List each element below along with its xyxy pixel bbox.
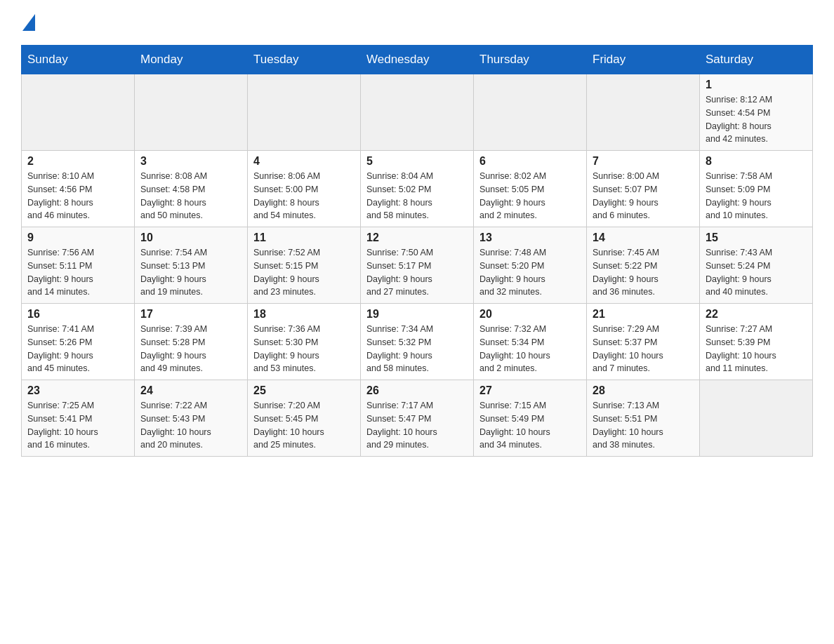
day-info: Sunrise: 7:25 AMSunset: 5:41 PMDaylight:… [27,399,128,452]
calendar-week-row: 23Sunrise: 7:25 AMSunset: 5:41 PMDayligh… [22,380,813,457]
day-info: Sunrise: 8:04 AMSunset: 5:02 PMDaylight:… [366,170,468,222]
calendar-cell: 14Sunrise: 7:45 AMSunset: 5:22 PMDayligh… [587,227,700,304]
weekday-header-tuesday: Tuesday [248,46,361,74]
calendar-cell: 17Sunrise: 7:39 AMSunset: 5:28 PMDayligh… [135,304,248,380]
day-info: Sunrise: 7:48 AMSunset: 5:20 PMDaylight:… [479,246,581,299]
day-number: 24 [140,384,241,397]
svg-marker-0 [22,14,35,31]
day-number: 6 [479,155,581,168]
day-info: Sunrise: 7:56 AMSunset: 5:11 PMDaylight:… [27,246,128,299]
calendar-cell: 11Sunrise: 7:52 AMSunset: 5:15 PMDayligh… [248,227,361,304]
calendar-cell: 15Sunrise: 7:43 AMSunset: 5:24 PMDayligh… [700,227,813,304]
day-number: 25 [253,384,355,397]
calendar-cell: 5Sunrise: 8:04 AMSunset: 5:02 PMDaylight… [361,151,474,227]
calendar-week-row: 16Sunrise: 7:41 AMSunset: 5:26 PMDayligh… [22,304,813,380]
day-number: 23 [27,384,128,397]
day-info: Sunrise: 7:41 AMSunset: 5:26 PMDaylight:… [27,323,128,375]
weekday-header-saturday: Saturday [700,46,813,74]
calendar-table: SundayMondayTuesdayWednesdayThursdayFrid… [21,45,813,457]
calendar-cell [700,380,813,457]
day-number: 10 [140,232,241,244]
calendar-cell: 8Sunrise: 7:58 AMSunset: 5:09 PMDaylight… [700,151,813,227]
calendar-cell [361,74,474,151]
calendar-week-row: 9Sunrise: 7:56 AMSunset: 5:11 PMDaylight… [22,227,813,304]
calendar-cell: 3Sunrise: 8:08 AMSunset: 4:58 PMDaylight… [135,151,248,227]
calendar-cell: 13Sunrise: 7:48 AMSunset: 5:20 PMDayligh… [474,227,587,304]
day-info: Sunrise: 7:15 AMSunset: 5:49 PMDaylight:… [479,399,581,452]
day-number: 1 [706,79,807,91]
day-number: 9 [27,232,128,244]
day-info: Sunrise: 8:00 AMSunset: 5:07 PMDaylight:… [593,170,694,222]
day-info: Sunrise: 8:08 AMSunset: 4:58 PMDaylight:… [140,170,241,222]
weekday-header-monday: Monday [135,46,248,74]
day-number: 7 [593,155,694,168]
day-info: Sunrise: 7:32 AMSunset: 5:34 PMDaylight:… [479,323,581,375]
day-number: 18 [253,308,355,321]
day-info: Sunrise: 7:54 AMSunset: 5:13 PMDaylight:… [140,246,241,299]
calendar-cell: 23Sunrise: 7:25 AMSunset: 5:41 PMDayligh… [22,380,135,457]
day-info: Sunrise: 7:39 AMSunset: 5:28 PMDaylight:… [140,323,241,375]
day-info: Sunrise: 8:12 AMSunset: 4:54 PMDaylight:… [706,93,807,146]
calendar-cell: 20Sunrise: 7:32 AMSunset: 5:34 PMDayligh… [474,304,587,380]
day-number: 17 [140,308,241,321]
day-number: 14 [593,232,694,244]
day-info: Sunrise: 7:50 AMSunset: 5:17 PMDaylight:… [366,246,468,299]
calendar-cell [587,74,700,151]
day-info: Sunrise: 8:10 AMSunset: 4:56 PMDaylight:… [27,170,128,222]
calendar-week-row: 1Sunrise: 8:12 AMSunset: 4:54 PMDaylight… [22,74,813,151]
calendar-cell [22,74,135,151]
calendar-cell: 10Sunrise: 7:54 AMSunset: 5:13 PMDayligh… [135,227,248,304]
calendar-cell: 2Sunrise: 8:10 AMSunset: 4:56 PMDaylight… [22,151,135,227]
day-info: Sunrise: 7:36 AMSunset: 5:30 PMDaylight:… [253,323,355,375]
calendar-cell: 28Sunrise: 7:13 AMSunset: 5:51 PMDayligh… [587,380,700,457]
day-info: Sunrise: 7:22 AMSunset: 5:43 PMDaylight:… [140,399,241,452]
calendar-cell [474,74,587,151]
weekday-header-thursday: Thursday [474,46,587,74]
calendar-cell [135,74,248,151]
day-info: Sunrise: 7:29 AMSunset: 5:37 PMDaylight:… [593,323,694,375]
day-number: 3 [140,155,241,168]
calendar-cell: 4Sunrise: 8:06 AMSunset: 5:00 PMDaylight… [248,151,361,227]
calendar-cell: 24Sunrise: 7:22 AMSunset: 5:43 PMDayligh… [135,380,248,457]
day-info: Sunrise: 7:45 AMSunset: 5:22 PMDaylight:… [593,246,694,299]
calendar-week-row: 2Sunrise: 8:10 AMSunset: 4:56 PMDaylight… [22,151,813,227]
calendar-cell: 6Sunrise: 8:02 AMSunset: 5:05 PMDaylight… [474,151,587,227]
day-info: Sunrise: 7:13 AMSunset: 5:51 PMDaylight:… [593,399,694,452]
day-number: 11 [253,232,355,244]
weekday-header-wednesday: Wednesday [361,46,474,74]
day-number: 12 [366,232,468,244]
day-number: 19 [366,308,468,321]
day-number: 28 [593,384,694,397]
weekday-header-sunday: Sunday [22,46,135,74]
calendar-cell: 18Sunrise: 7:36 AMSunset: 5:30 PMDayligh… [248,304,361,380]
day-info: Sunrise: 8:02 AMSunset: 5:05 PMDaylight:… [479,170,581,222]
day-info: Sunrise: 8:06 AMSunset: 5:00 PMDaylight:… [253,170,355,222]
weekday-header-friday: Friday [587,46,700,74]
calendar-cell: 9Sunrise: 7:56 AMSunset: 5:11 PMDaylight… [22,227,135,304]
calendar-cell [248,74,361,151]
day-number: 27 [479,384,581,397]
calendar-cell: 12Sunrise: 7:50 AMSunset: 5:17 PMDayligh… [361,227,474,304]
day-info: Sunrise: 7:34 AMSunset: 5:32 PMDaylight:… [366,323,468,375]
calendar-cell: 19Sunrise: 7:34 AMSunset: 5:32 PMDayligh… [361,304,474,380]
day-info: Sunrise: 7:58 AMSunset: 5:09 PMDaylight:… [706,170,807,222]
logo [21,14,35,31]
day-number: 5 [366,155,468,168]
day-number: 8 [706,155,807,168]
calendar-cell: 7Sunrise: 8:00 AMSunset: 5:07 PMDaylight… [587,151,700,227]
day-number: 22 [706,308,807,321]
day-number: 16 [27,308,128,321]
calendar-cell: 25Sunrise: 7:20 AMSunset: 5:45 PMDayligh… [248,380,361,457]
day-number: 13 [479,232,581,244]
calendar-cell: 27Sunrise: 7:15 AMSunset: 5:49 PMDayligh… [474,380,587,457]
day-number: 21 [593,308,694,321]
logo-triangle-icon [22,14,35,34]
calendar-cell: 1Sunrise: 8:12 AMSunset: 4:54 PMDaylight… [700,74,813,151]
day-info: Sunrise: 7:17 AMSunset: 5:47 PMDaylight:… [366,399,468,452]
day-info: Sunrise: 7:20 AMSunset: 5:45 PMDaylight:… [253,399,355,452]
day-number: 2 [27,155,128,168]
day-info: Sunrise: 7:52 AMSunset: 5:15 PMDaylight:… [253,246,355,299]
calendar-cell: 21Sunrise: 7:29 AMSunset: 5:37 PMDayligh… [587,304,700,380]
day-number: 20 [479,308,581,321]
weekday-header-row: SundayMondayTuesdayWednesdayThursdayFrid… [22,46,813,74]
